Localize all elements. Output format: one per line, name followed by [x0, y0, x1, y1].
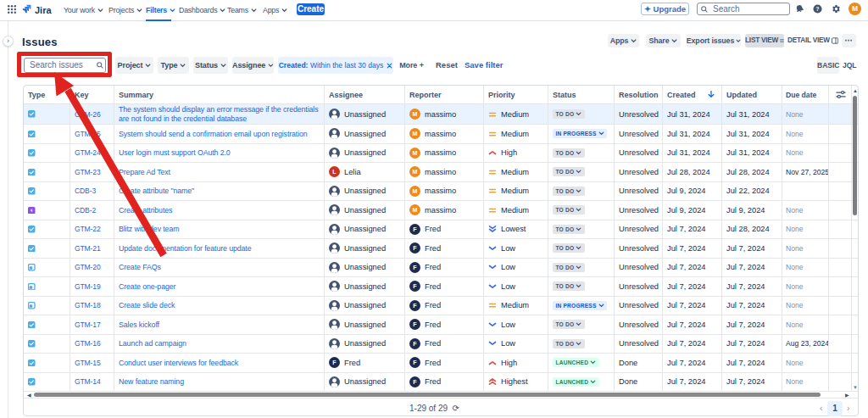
svg-text:?: ?	[816, 6, 820, 12]
